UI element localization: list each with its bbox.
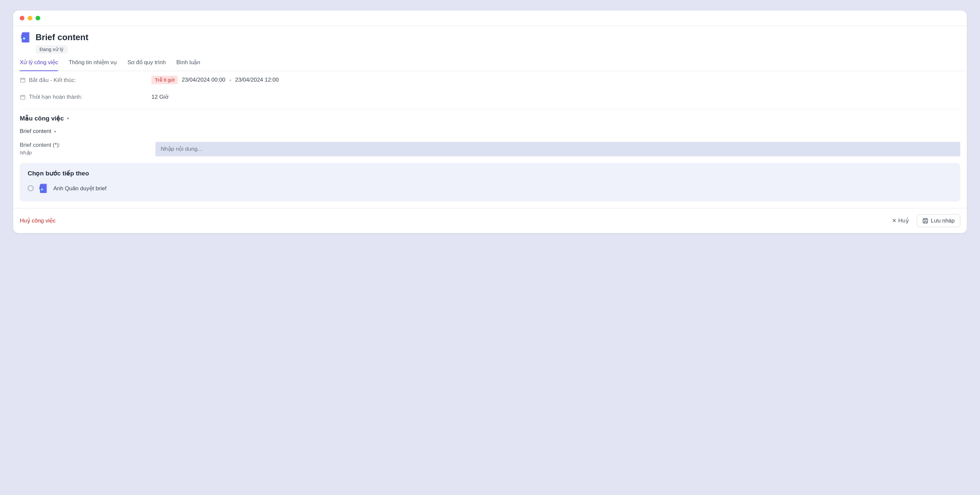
radio-icon[interactable] [28, 185, 33, 191]
cancel-button[interactable]: ✕ Huỷ [888, 214, 913, 227]
page-title: Brief content [35, 32, 88, 43]
template-sub-header[interactable]: Brief content ▾ [20, 125, 960, 138]
template-section-label: Mẫu công việc [20, 114, 64, 122]
save-draft-button-label: Lưu nháp [931, 217, 955, 224]
next-step-panel: Chọn bước tiếp theo Anh Quân duyệt brief [20, 163, 960, 201]
deadline-value: 12 Giờ [151, 94, 168, 100]
task-dialog: Brief content Đang xử lý Xử lý công việc… [13, 11, 967, 233]
start-date: 23/04/2024 00:00 [182, 77, 225, 83]
cancel-button-label: Huỷ [898, 217, 909, 224]
next-step-title: Chọn bước tiếp theo [28, 170, 952, 177]
tab-process[interactable]: Xử lý công việc [20, 59, 58, 71]
dialog-header: Brief content Đang xử lý [13, 26, 967, 54]
date-dash: - [229, 77, 231, 83]
status-badge: Đang xử lý [35, 45, 67, 54]
svg-rect-4 [21, 95, 25, 99]
deadline-label: Thời hạn hoàn thành: [29, 94, 82, 100]
titlebar [13, 11, 967, 26]
minimize-window-icon[interactable] [28, 16, 32, 21]
end-date: 23/04/2024 12:00 [235, 77, 278, 83]
tab-workflow-diagram[interactable]: Sơ đồ quy trình [127, 59, 165, 71]
tab-comments[interactable]: Bình luận [177, 59, 200, 71]
svg-rect-3 [21, 78, 25, 82]
calendar-icon [20, 77, 26, 83]
close-icon: ✕ [892, 218, 896, 224]
tabs: Xử lý công việc Thông tin nhiệm vụ Sơ đồ… [13, 54, 967, 71]
deadline-row: Thời hạn hoàn thành: 12 Giờ [20, 89, 960, 105]
document-add-icon [20, 31, 32, 43]
brief-content-label: Brief content (*): [20, 142, 151, 148]
maximize-window-icon[interactable] [35, 16, 40, 21]
caret-down-icon: ▾ [67, 116, 69, 120]
save-draft-button[interactable]: Lưu nháp [917, 214, 960, 227]
tab-task-info[interactable]: Thông tin nhiệm vụ [68, 59, 117, 71]
svg-rect-8 [923, 219, 928, 223]
template-sub-label: Brief content [20, 128, 51, 135]
brief-content-hint: Nhập [20, 150, 151, 155]
late-badge: Trễ 9 giờ [151, 76, 178, 84]
next-step-option[interactable]: Anh Quân duyệt brief [28, 183, 952, 194]
document-add-icon [38, 183, 49, 194]
cancel-job-link[interactable]: Huỷ công việc [20, 217, 56, 224]
start-end-label: Bắt đầu - Kết thúc: [29, 77, 76, 84]
close-window-icon[interactable] [20, 16, 24, 21]
brief-content-field-row: Brief content (*): Nhập [20, 138, 960, 163]
calendar-icon [20, 94, 26, 100]
next-step-option-label: Anh Quân duyệt brief [53, 185, 107, 192]
start-end-row: Bắt đầu - Kết thúc: Trễ 9 giờ 23/04/2024… [20, 71, 960, 89]
save-icon [923, 218, 928, 224]
template-section-header[interactable]: Mẫu công việc ▾ [20, 109, 960, 125]
brief-content-input[interactable] [156, 142, 960, 156]
caret-down-icon: ▾ [54, 130, 56, 133]
dialog-footer: Huỷ công việc ✕ Huỷ Lưu nháp [13, 208, 967, 233]
